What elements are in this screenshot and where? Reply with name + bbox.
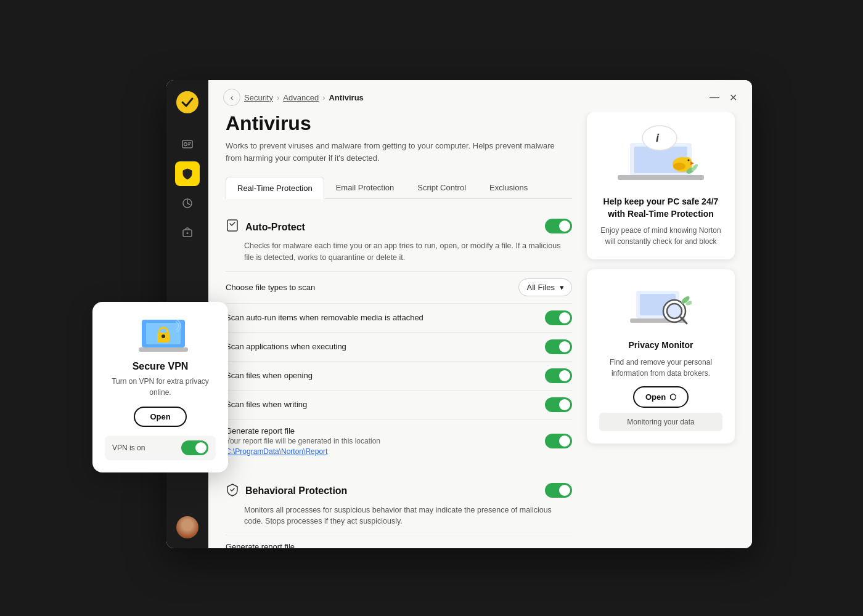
- privacy-monitor-desc: Find and remove your personal informatio…: [599, 357, 722, 379]
- sidebar-item-vault[interactable]: [175, 221, 200, 245]
- breadcrumb-advanced[interactable]: Advanced: [283, 93, 319, 102]
- user-avatar[interactable]: [176, 516, 198, 538]
- page-title: Antivirus: [226, 112, 572, 135]
- privacy-monitor-card: Privacy Monitor Find and remove your per…: [587, 269, 735, 444]
- vpn-description: Turn on VPN for extra privacy online.: [105, 376, 216, 398]
- scan-autorun-toggle[interactable]: ✓: [545, 310, 572, 325]
- breadcrumb-security[interactable]: Security: [244, 93, 273, 102]
- sidebar-item-security[interactable]: [175, 161, 200, 186]
- svg-point-30: [667, 304, 682, 318]
- behavioral-icon: [226, 483, 239, 500]
- behavioral-report-info: Generate report file Your report file wi…: [226, 542, 380, 548]
- scan-opening-setting: Scan files when opening ✓: [226, 361, 572, 390]
- realtime-promo-desc: Enjoy peace of mind knowing Norton will …: [599, 225, 722, 247]
- back-button[interactable]: ‹: [223, 89, 240, 106]
- behavioral-report-setting: Generate report file Your report file wi…: [226, 535, 572, 548]
- scan-writing-toggle[interactable]: ✓: [545, 397, 572, 412]
- sidebar-bottom: [176, 516, 198, 538]
- behavioral-toggle[interactable]: ✓: [545, 483, 572, 498]
- left-panel: Antivirus Works to prevent viruses and m…: [226, 112, 572, 533]
- behavioral-description: Monitors all processes for suspicious be…: [244, 505, 572, 528]
- right-panel: i: [587, 112, 735, 533]
- title-bar: ‹ Security › Advanced › Antivirus — ✕: [208, 80, 752, 112]
- scan-apps-toggle[interactable]: ✓: [545, 339, 572, 354]
- minimize-button[interactable]: —: [710, 92, 719, 103]
- scan-autorun-label: Scan auto-run items when removable media…: [226, 313, 423, 322]
- behavioral-title-row: Behavioral Protection: [226, 483, 347, 500]
- svg-rect-4: [139, 347, 188, 352]
- scan-apps-label: Scan applications when executing: [226, 342, 346, 351]
- svg-point-7: [184, 143, 187, 146]
- file-types-setting: Choose file types to scan All Files ▾: [226, 271, 572, 303]
- page-content: Antivirus Works to prevent viruses and m…: [208, 112, 752, 548]
- auto-protect-icon: [226, 219, 239, 235]
- vpn-toggle[interactable]: ✓: [181, 440, 208, 455]
- auto-protect-description: Checks for malware each time you or an a…: [244, 240, 572, 264]
- close-button[interactable]: ✕: [729, 92, 737, 103]
- sidebar-item-identity[interactable]: [175, 132, 200, 156]
- vpn-status-row: VPN is on ✓: [105, 436, 216, 460]
- main-window: ‹ Security › Advanced › Antivirus — ✕ An…: [166, 80, 752, 548]
- scan-writing-setting: Scan files when writing ✓: [226, 390, 572, 419]
- generate-report-setting: Generate report file Your report file wi…: [226, 419, 572, 463]
- realtime-promo-title: Help keep your PC safe 24/7 with Real-Ti…: [599, 196, 722, 220]
- scan-autorun-setting: Scan auto-run items when removable media…: [226, 303, 572, 332]
- scan-opening-toggle[interactable]: ✓: [545, 368, 572, 383]
- vpn-popup: Secure VPN Turn on VPN for extra privacy…: [92, 302, 228, 472]
- privacy-monitor-status: Monitoring your data: [599, 413, 722, 431]
- tab-exclusions[interactable]: Exclusions: [478, 176, 539, 198]
- vpn-title: Secure VPN: [105, 361, 216, 372]
- svg-point-23: [673, 163, 685, 170]
- app-container: Secure VPN Turn on VPN for extra privacy…: [92, 55, 771, 561]
- file-types-dropdown[interactable]: All Files ▾: [518, 278, 572, 296]
- generate-report-label: Generate report file: [226, 426, 380, 436]
- behavioral-protection-section: Behavioral Protection ✓ Monitors all pro…: [226, 476, 572, 549]
- auto-protect-toggle[interactable]: ✓: [545, 219, 572, 233]
- tab-realtime-protection[interactable]: Real-Time Protection: [226, 177, 324, 199]
- privacy-monitor-illustration: [599, 282, 722, 333]
- norton-logo: [175, 90, 200, 115]
- realtime-illustration: i: [599, 124, 722, 188]
- section-title-row: Auto-Protect: [226, 219, 305, 235]
- breadcrumb-current: Antivirus: [329, 93, 363, 102]
- report-path-link[interactable]: C:\ProgramData\Norton\Report: [226, 447, 327, 456]
- svg-rect-16: [618, 175, 704, 180]
- tabs-container: Real-Time Protection Email Protection Sc…: [226, 176, 572, 199]
- scan-apps-setting: Scan applications when executing ✓: [226, 332, 572, 361]
- page-description: Works to prevent viruses and malware fro…: [226, 140, 571, 164]
- vpn-illustration: [139, 317, 182, 354]
- generate-report-info: Generate report file Your report file wi…: [226, 426, 380, 456]
- generate-report-toggle[interactable]: ✓: [545, 434, 572, 448]
- vpn-status-label: VPN is on: [112, 444, 145, 452]
- scan-opening-label: Scan files when opening: [226, 371, 313, 380]
- svg-point-17: [642, 126, 677, 150]
- auto-protect-header: Auto-Protect ✓: [226, 211, 572, 240]
- svg-point-5: [176, 91, 198, 113]
- scan-writing-label: Scan files when writing: [226, 400, 307, 409]
- vpn-open-button[interactable]: Open: [134, 407, 186, 427]
- behavioral-title: Behavioral Protection: [245, 485, 347, 496]
- realtime-promo-card: i: [587, 112, 735, 259]
- file-types-label: Choose file types to scan: [226, 283, 315, 292]
- behavioral-protection-header: Behavioral Protection ✓: [226, 476, 572, 505]
- privacy-monitor-open-button[interactable]: Open ⬡: [633, 386, 689, 408]
- toggle-thumb: [195, 442, 207, 453]
- privacy-monitor-title: Privacy Monitor: [599, 339, 722, 352]
- svg-point-3: [162, 334, 165, 338]
- svg-marker-21: [690, 161, 694, 165]
- auto-protect-title: Auto-Protect: [245, 222, 305, 233]
- generate-report-sub: Your report file will be generated in th…: [226, 437, 380, 445]
- tab-script-control[interactable]: Script Control: [406, 176, 478, 198]
- window-controls: — ✕: [710, 92, 737, 103]
- tab-email-protection[interactable]: Email Protection: [324, 176, 406, 198]
- auto-protect-section: Auto-Protect ✓ Checks for malware each t…: [226, 211, 572, 463]
- breadcrumb: ‹ Security › Advanced › Antivirus: [223, 89, 364, 106]
- main-content: ‹ Security › Advanced › Antivirus — ✕ An…: [208, 80, 752, 548]
- behavioral-report-label: Generate report file: [226, 542, 380, 548]
- svg-point-22: [688, 160, 690, 161]
- svg-point-12: [187, 232, 189, 234]
- avatar-image: [176, 516, 198, 538]
- sidebar-item-performance[interactable]: [175, 191, 200, 216]
